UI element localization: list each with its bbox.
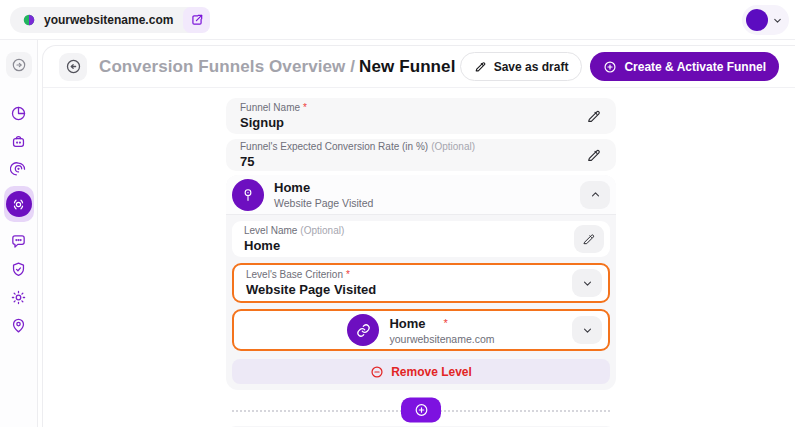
funnel-form: Funnel Name* Signup Funnel's Expected Co…	[226, 98, 616, 427]
sidebar-item-locations[interactable]	[6, 312, 32, 338]
sidebar-item-security[interactable]	[6, 256, 32, 282]
field-value: 75	[240, 154, 602, 169]
add-level-row	[226, 398, 616, 422]
site-favicon-icon	[22, 13, 36, 27]
selected-page-title: Home	[389, 316, 425, 331]
shield-check-icon	[10, 261, 27, 278]
field-value: Website Page Visited	[246, 282, 596, 297]
page-expand-button[interactable]	[572, 316, 602, 344]
create-activate-funnel-button[interactable]: Create & Activate Funnel	[590, 52, 779, 81]
sidebar-item-settings[interactable]	[6, 284, 32, 310]
field-label: Funnel's Expected Conversion Rate (in %)…	[240, 141, 602, 152]
sidebar-item-signals[interactable]	[6, 156, 32, 182]
external-link-icon	[190, 13, 204, 27]
spiral-signal-icon	[10, 161, 27, 178]
edit-icon	[582, 232, 596, 246]
arrow-left-circle-icon	[65, 58, 82, 75]
pencil-icon	[474, 60, 487, 73]
add-level-button[interactable]	[401, 398, 441, 423]
save-as-draft-button[interactable]: Save as draft	[460, 52, 583, 81]
pie-chart-icon	[10, 105, 27, 122]
link-icon	[347, 314, 379, 346]
sidebar-item-feedback[interactable]	[6, 228, 32, 254]
field-label: Level's Base Criterion*	[246, 269, 596, 280]
funnel-scan-icon	[6, 191, 32, 217]
location-pin-badge-icon	[232, 179, 264, 211]
sidebar	[0, 40, 38, 427]
level-title: Home	[274, 180, 373, 195]
gear-icon	[10, 289, 27, 306]
chevron-down-icon	[581, 324, 594, 337]
conversion-rate-field[interactable]: Funnel's Expected Conversion Rate (in %)…	[226, 139, 616, 171]
page-header: Conversion Funnels Overview /New Funnel …	[43, 46, 795, 88]
remove-level-button[interactable]: Remove Level	[232, 359, 610, 384]
map-pin-icon	[10, 317, 27, 334]
sidebar-item-analytics[interactable]	[6, 100, 32, 126]
open-external-button[interactable]	[183, 7, 210, 33]
arrow-right-circle-icon	[11, 57, 27, 73]
collapse-level-button[interactable]	[580, 181, 610, 209]
edit-level-name-button[interactable]	[574, 225, 604, 253]
level-name-field[interactable]: Level Name(Optional) Home	[232, 221, 610, 257]
topbar: yourwebsitename.com	[0, 0, 795, 40]
field-label: Level Name(Optional)	[244, 225, 598, 236]
sidebar-toggle-button[interactable]	[6, 52, 32, 78]
bag-icon	[10, 133, 27, 150]
chevron-up-icon	[589, 188, 602, 201]
chat-icon	[10, 233, 27, 250]
page-title: New Funnel	[359, 57, 455, 76]
sidebar-item-products[interactable]	[6, 128, 32, 154]
level-header[interactable]: Home Website Page Visited	[226, 175, 616, 215]
back-button[interactable]	[59, 53, 87, 81]
level-card: Home Website Page Visited Level Name(Opt…	[226, 175, 616, 390]
main-panel: Conversion Funnels Overview /New Funnel …	[42, 45, 795, 427]
chevron-down-icon	[772, 15, 783, 26]
minus-circle-icon	[370, 365, 384, 379]
optional-tag: (Optional)	[431, 141, 475, 152]
field-label: Funnel Name*	[240, 102, 602, 113]
page-selector-dropdown[interactable]: Home * yourwebsitename.com	[232, 309, 610, 351]
edit-icon[interactable]	[586, 147, 602, 163]
site-selector[interactable]: yourwebsitename.com	[10, 7, 204, 33]
sidebar-item-funnels[interactable]	[4, 186, 34, 222]
selected-page-url: yourwebsitename.com	[389, 333, 494, 345]
user-menu[interactable]	[742, 5, 789, 35]
chevron-down-icon	[581, 277, 594, 290]
edit-icon[interactable]	[586, 108, 602, 124]
criterion-expand-button[interactable]	[572, 269, 602, 297]
funnel-name-field[interactable]: Funnel Name* Signup	[226, 98, 616, 134]
field-value: Signup	[240, 115, 602, 130]
level-subtitle: Website Page Visited	[274, 197, 373, 209]
breadcrumb-parent: Conversion Funnels Overview /	[99, 57, 355, 76]
plus-circle-icon	[414, 403, 429, 418]
required-asterisk: *	[346, 269, 350, 280]
plus-circle-icon	[603, 60, 617, 74]
site-selector-label: yourwebsitename.com	[44, 13, 173, 27]
level-base-criterion-dropdown[interactable]: Level's Base Criterion* Website Page Vis…	[232, 263, 610, 303]
avatar	[746, 9, 768, 31]
required-asterisk: *	[303, 102, 307, 113]
field-value: Home	[244, 238, 598, 253]
required-asterisk: *	[444, 317, 448, 329]
breadcrumb: Conversion Funnels Overview /New Funnel	[99, 57, 456, 77]
optional-tag: (Optional)	[300, 225, 344, 236]
